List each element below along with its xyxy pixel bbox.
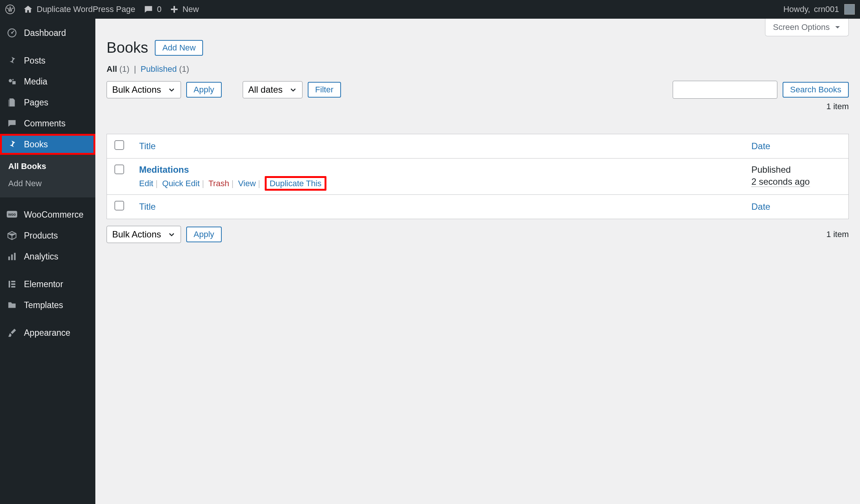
new-label: New [182, 4, 199, 14]
chevron-down-icon [168, 231, 175, 238]
row-checkbox[interactable] [114, 165, 124, 174]
sidebar-item-label: Analytics [24, 252, 58, 262]
howdy-prefix: Howdy, [783, 4, 810, 14]
filter-published[interactable]: Published (1) [141, 64, 189, 74]
row-action-duplicate[interactable]: Duplicate This [270, 179, 322, 188]
row-action-view[interactable]: View [238, 179, 256, 188]
sidebar-item-label: Books [24, 139, 48, 150]
sidebar-item-woocommerce[interactable]: wooWooCommerce [0, 204, 95, 225]
elementor-icon [7, 279, 17, 289]
admin-bar: Duplicate WordPress Page 0 New Howdy, cr… [0, 0, 860, 19]
sidebar-item-books[interactable]: Books [0, 134, 95, 155]
bulk-actions-select-top[interactable]: Bulk Actions [107, 81, 181, 98]
sidebar-item-media[interactable]: Media [0, 71, 95, 92]
sidebar-item-templates[interactable]: Templates [0, 295, 95, 316]
search-button[interactable]: Search Books [783, 82, 849, 98]
sidebar-item-label: Media [24, 77, 47, 87]
row-status: Published [752, 165, 841, 175]
bulk-actions-select-bottom[interactable]: Bulk Actions [107, 226, 181, 243]
filter-button[interactable]: Filter [308, 82, 341, 98]
filter-all[interactable]: All (1) [107, 64, 129, 74]
home-icon [23, 4, 33, 14]
comment-icon [144, 4, 153, 14]
dashboard-icon [7, 28, 17, 38]
svg-point-0 [6, 5, 15, 14]
bars-icon [7, 251, 17, 262]
column-date-foot[interactable]: Date [744, 195, 849, 219]
sidebar-item-label: Comments [24, 119, 65, 129]
svg-rect-12 [11, 286, 15, 288]
svg-rect-8 [14, 253, 15, 260]
select-all-top[interactable] [114, 140, 124, 150]
column-title[interactable]: Title [132, 134, 744, 159]
site-link[interactable]: Duplicate WordPress Page [23, 4, 135, 14]
row-date: 2 seconds ago [752, 176, 810, 187]
avatar[interactable] [844, 4, 855, 15]
comments-count: 0 [157, 4, 162, 14]
comment-icon [7, 118, 17, 129]
screen-options-label: Screen Options [773, 22, 830, 32]
select-all-bottom[interactable] [114, 201, 124, 210]
wp-logo[interactable] [5, 4, 15, 14]
sidebar-item-label: Posts [24, 56, 46, 66]
sidebar-item-label: Appearance [24, 328, 70, 338]
posts-table: Title Date Meditations Edit| Quick Edit|… [107, 134, 849, 219]
sidebar-subitem-all-books[interactable]: All Books [0, 158, 95, 175]
page-title: Books [107, 39, 148, 56]
apply-button-top[interactable]: Apply [186, 82, 222, 98]
sidebar-item-comments[interactable]: Comments [0, 113, 95, 134]
status-filters: All (1) | Published (1) [107, 64, 849, 74]
sidebar-item-elementor[interactable]: Elementor [0, 274, 95, 295]
column-date[interactable]: Date [744, 134, 849, 159]
sidebar-item-posts[interactable]: Posts [0, 50, 95, 71]
sidebar-item-dashboard[interactable]: Dashboard [0, 22, 95, 43]
sidebar-item-products[interactable]: Products [0, 225, 95, 246]
svg-rect-10 [11, 281, 15, 282]
main-content: Screen Options Books Add New All (1) | P… [95, 19, 860, 504]
svg-rect-6 [8, 256, 10, 260]
svg-rect-7 [11, 255, 13, 260]
sidebar-item-analytics[interactable]: Analytics [0, 246, 95, 267]
sidebar-item-label: Pages [24, 98, 48, 108]
add-new-button[interactable]: Add New [155, 40, 203, 56]
site-title: Duplicate WordPress Page [37, 4, 135, 14]
sidebar-subitem-add-new[interactable]: Add New [0, 175, 95, 192]
brush-icon [7, 328, 17, 338]
folder-icon [7, 300, 17, 310]
table-row: Meditations Edit| Quick Edit| Trash| Vie… [107, 159, 849, 195]
sidebar-item-label: Dashboard [24, 28, 66, 38]
sidebar-item-label: WooCommerce [24, 210, 83, 220]
item-count-top: 1 item [826, 102, 849, 111]
username: crn001 [814, 4, 839, 14]
chevron-down-icon [289, 86, 297, 93]
sidebar-item-appearance[interactable]: Appearance [0, 322, 95, 343]
apply-button-bottom[interactable]: Apply [186, 227, 222, 242]
row-action-trash[interactable]: Trash [208, 179, 229, 188]
sidebar-item-label: Elementor [24, 279, 63, 289]
pin-icon [7, 55, 17, 66]
sidebar-item-label: Templates [24, 300, 63, 310]
sidebar-submenu-books: All BooksAdd New [0, 155, 95, 197]
item-count-bottom: 1 item [826, 230, 849, 239]
woo-icon: woo [7, 209, 17, 220]
row-action-edit[interactable]: Edit [139, 179, 153, 188]
sidebar-item-pages[interactable]: Pages [0, 92, 95, 113]
column-title-foot[interactable]: Title [132, 195, 744, 219]
screen-options-toggle[interactable]: Screen Options [765, 19, 849, 36]
howdy-link[interactable]: Howdy, crn001 [783, 4, 839, 14]
chevron-down-icon [168, 86, 175, 93]
pin-icon [7, 139, 17, 150]
admin-sidebar: DashboardPostsMediaPagesCommentsBooksAll… [0, 19, 95, 504]
comments-link[interactable]: 0 [144, 4, 162, 14]
row-title-link[interactable]: Meditations [139, 165, 189, 175]
svg-text:woo: woo [8, 212, 16, 216]
media-icon [7, 76, 17, 87]
date-filter-select[interactable]: All dates [243, 81, 302, 98]
row-action-quick-edit[interactable]: Quick Edit [162, 179, 200, 188]
svg-point-3 [9, 79, 12, 83]
new-link[interactable]: New [170, 4, 199, 14]
svg-point-2 [11, 32, 13, 34]
svg-rect-11 [11, 283, 15, 285]
sidebar-item-label: Products [24, 231, 58, 241]
search-input[interactable] [673, 81, 777, 99]
